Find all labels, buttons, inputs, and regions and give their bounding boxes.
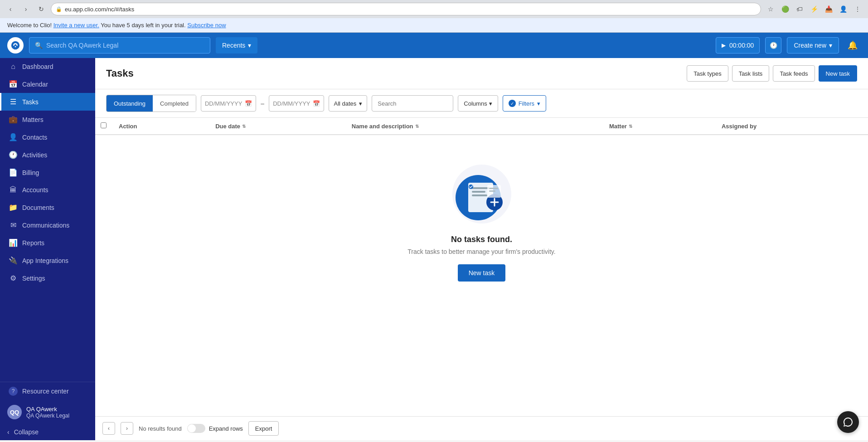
calendar-icon: 📅 [9, 80, 18, 88]
collapse-icon: ‹ [7, 428, 10, 436]
sidebar-item-contacts[interactable]: 👤 Contacts [0, 128, 95, 146]
date-from-placeholder: DD/MM/YYYY [205, 100, 242, 107]
columns-button[interactable]: Columns ▾ [458, 95, 498, 112]
sidebar-item-billing[interactable]: 📄 Billing [0, 164, 95, 181]
clock-button[interactable]: 🕐 [765, 37, 781, 53]
menu-icon[interactable]: ⋮ [852, 3, 863, 15]
extension2-icon[interactable]: 🏷 [794, 3, 805, 15]
task-feeds-button[interactable]: Task feeds [773, 65, 815, 82]
notification-button[interactable]: 🔔 [844, 37, 861, 53]
accounts-icon: 🏛 [9, 186, 18, 194]
reload-button[interactable]: ↻ [35, 3, 47, 15]
svg-rect-12 [489, 190, 495, 192]
subscribe-link[interactable]: Subscribe now [187, 22, 226, 29]
tab-outstanding[interactable]: Outstanding [107, 95, 153, 112]
select-all-checkbox[interactable] [101, 122, 107, 128]
next-page-button[interactable]: › [121, 422, 133, 435]
date-to-input[interactable]: DD/MM/YYYY 📅 [269, 95, 324, 112]
sidebar-label-reports: Reports [22, 239, 44, 247]
activities-icon: 🕐 [9, 151, 18, 159]
sidebar-item-app-integrations[interactable]: 🔌 App Integrations [0, 252, 95, 269]
chat-bubble-button[interactable] [837, 411, 859, 433]
sidebar-item-communications[interactable]: ✉ Communications [0, 216, 95, 234]
name-sort-icon: ⇅ [415, 124, 419, 129]
profile-icon[interactable]: 👤 [837, 3, 849, 15]
create-new-button[interactable]: Create new ▾ [787, 37, 839, 53]
sidebar-collapse-button[interactable]: ‹ Collapse [0, 424, 95, 440]
app-header: 🔍 Search QA QAwerk Legal Recents ▾ ▶ 00:… [0, 33, 868, 58]
search-input[interactable] [372, 95, 453, 112]
sidebar-label-billing: Billing [22, 169, 39, 176]
sidebar-item-settings[interactable]: ⚙ Settings [0, 269, 95, 287]
tasks-icon: ☰ [9, 97, 18, 106]
expand-rows-label: Expand rows [209, 425, 243, 432]
documents-icon: 📁 [9, 203, 18, 212]
prev-page-button[interactable]: ‹ [102, 422, 115, 435]
new-task-header-button[interactable]: New task [819, 65, 857, 82]
empty-state: No tasks found. Track tasks to better ma… [95, 135, 868, 309]
export-button[interactable]: Export [248, 421, 279, 436]
sidebar-item-matters[interactable]: 💼 Matters [0, 111, 95, 128]
user-name: QA QAwerk [26, 406, 69, 413]
timer-value: 00:00:00 [729, 42, 754, 49]
task-lists-button[interactable]: Task lists [732, 65, 770, 82]
contacts-icon: 👤 [9, 133, 18, 141]
sidebar-label-matters: Matters [22, 116, 44, 123]
extension4-icon[interactable]: 📥 [823, 3, 834, 15]
sidebar-item-reports[interactable]: 📊 Reports [0, 234, 95, 252]
page-actions: Task types Task lists Task feeds New tas… [687, 65, 857, 82]
th-assigned-by: Assigned by [716, 118, 868, 135]
sidebar-user[interactable]: QQ QA QAwerk QA QAwerk Legal [0, 400, 95, 424]
th-name-desc[interactable]: Name and description ⇅ [346, 118, 604, 135]
extension3-icon[interactable]: ⚡ [808, 3, 820, 15]
url-text: eu.app.clio.com/nc/#/tasks [65, 6, 134, 13]
global-search-box[interactable]: 🔍 Search QA QAwerk Legal [29, 37, 210, 53]
sidebar-label-communications: Communications [22, 222, 69, 229]
sidebar-item-activities[interactable]: 🕐 Activities [0, 146, 95, 164]
th-due-date[interactable]: Due date ⇅ [210, 118, 346, 135]
sidebar-item-calendar[interactable]: 📅 Calendar [0, 75, 95, 93]
date-from-input[interactable]: DD/MM/YYYY 📅 [201, 95, 256, 112]
expand-rows-toggle-wrap: Expand rows [187, 424, 243, 433]
date-to-placeholder: DD/MM/YYYY [273, 100, 310, 107]
extension1-icon[interactable]: 🟢 [779, 3, 791, 15]
briefcase-icon: 💼 [9, 115, 18, 124]
th-matter[interactable]: Matter ⇅ [604, 118, 716, 135]
calendar-from-icon: 📅 [245, 100, 252, 107]
search-placeholder-text: Search QA QAwerk Legal [46, 42, 118, 49]
task-types-button[interactable]: Task types [687, 65, 728, 82]
status-tab-group: Outstanding Completed [106, 95, 196, 112]
sidebar-label-contacts: Contacts [22, 134, 47, 141]
expand-rows-toggle[interactable] [187, 424, 205, 433]
url-bar[interactable]: 🔒 eu.app.clio.com/nc/#/tasks [51, 3, 761, 15]
star-icon[interactable]: ☆ [765, 3, 776, 15]
recents-button[interactable]: Recents ▾ [216, 37, 257, 53]
recents-chevron-icon: ▾ [248, 42, 251, 49]
billing-icon: 📄 [9, 168, 18, 177]
recents-label: Recents [222, 42, 245, 49]
forward-button[interactable]: › [20, 3, 32, 15]
new-task-empty-button[interactable]: New task [458, 264, 506, 282]
back-button[interactable]: ‹ [5, 3, 16, 15]
sidebar-item-resource-center[interactable]: ? Resource center [0, 382, 95, 400]
sidebar-label-integrations: App Integrations [22, 257, 68, 264]
matter-sort-icon: ⇅ [629, 124, 632, 129]
calendar-to-icon: 📅 [313, 100, 320, 107]
sidebar-item-tasks[interactable]: ☰ Tasks [0, 93, 95, 111]
tab-completed[interactable]: Completed [153, 95, 196, 112]
invite-user-link[interactable]: Invite a new user. [53, 22, 99, 29]
filters-button[interactable]: ✓ Filters ▾ [503, 95, 546, 112]
all-dates-label: All dates [334, 100, 356, 107]
sidebar-label-documents: Documents [22, 204, 54, 211]
toggle-knob [188, 424, 196, 432]
search-icon: 🔍 [35, 42, 43, 49]
svg-point-0 [11, 41, 19, 49]
clio-logo [7, 37, 24, 53]
sidebar-item-dashboard[interactable]: ⌂ Dashboard [0, 58, 95, 75]
all-dates-dropdown[interactable]: All dates ▾ [329, 95, 367, 112]
settings-icon: ⚙ [9, 274, 18, 282]
sidebar-item-documents[interactable]: 📁 Documents [0, 199, 95, 216]
date-separator: – [261, 100, 264, 107]
sidebar-label-activities: Activities [22, 151, 47, 159]
sidebar-item-accounts[interactable]: 🏛 Accounts [0, 181, 95, 199]
